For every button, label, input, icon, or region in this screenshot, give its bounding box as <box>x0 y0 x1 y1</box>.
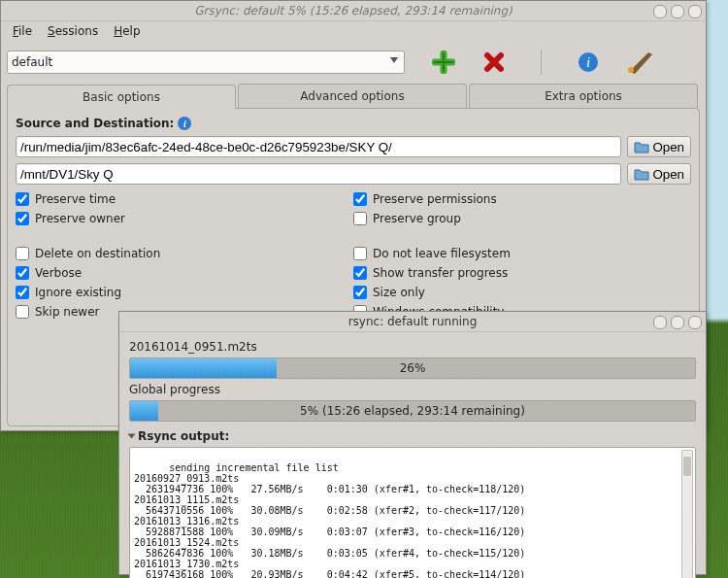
chk-size-only[interactable]: Size only <box>353 286 691 299</box>
chk-preserve-time[interactable]: Preserve time <box>16 192 353 206</box>
checks-left-col: Preserve time Preserve owner Delete on d… <box>16 192 353 319</box>
menu-file[interactable]: FFileile <box>5 22 40 40</box>
open-dest-button[interactable]: Open <box>627 163 691 185</box>
folder-icon <box>634 167 649 181</box>
rsync-output[interactable]: sending incremental file list 20160927_0… <box>129 447 696 578</box>
tab-basic[interactable]: Basic options <box>7 85 236 109</box>
minimize-icon[interactable] <box>653 316 667 329</box>
remove-icon[interactable] <box>482 51 506 74</box>
file-progressbar: 26% <box>129 357 696 379</box>
svg-text:i: i <box>586 54 590 70</box>
source-dest-heading: Source and Destination: i <box>16 117 691 130</box>
minimize-icon[interactable] <box>653 5 667 18</box>
chk-preserve-perms[interactable]: Preserve permissions <box>353 192 691 206</box>
chk-no-leave-fs[interactable]: Do not leave filesystem <box>353 247 691 260</box>
info-icon[interactable]: i <box>577 51 600 74</box>
main-title: Grsync: default 5% (15:26 elapsed, 293:1… <box>1 1 706 20</box>
profile-select[interactable]: default <box>7 51 405 74</box>
chevron-down-icon <box>390 57 398 63</box>
chk-preserve-owner[interactable]: Preserve owner <box>16 212 353 225</box>
source-input[interactable] <box>16 136 621 157</box>
rsync-progress-window: rsync: default running 20161014_0951.m2t… <box>118 311 707 575</box>
global-pct-label: 5% (15:26 elapsed, 293:14 remaining) <box>130 401 695 421</box>
rsync-output-text: sending incremental file list 20160927_0… <box>134 462 525 578</box>
menubar: FFileile Sessions Help <box>1 21 706 41</box>
progress-titlebar: rsync: default running <box>119 312 706 332</box>
chk-show-progress[interactable]: Show transfer progress <box>353 266 691 280</box>
menu-sessions[interactable]: Sessions <box>40 22 106 40</box>
scrollbar[interactable] <box>681 450 693 578</box>
main-titlebar: Grsync: default 5% (15:26 elapsed, 293:1… <box>1 1 706 21</box>
scrollbar-thumb[interactable] <box>683 457 691 476</box>
svg-point-2 <box>628 67 634 73</box>
global-progress-label: Global progress <box>129 383 696 396</box>
dest-input[interactable] <box>16 163 621 185</box>
checks-right-col: Preserve permissions Preserve group Do n… <box>353 192 691 319</box>
chevron-down-icon <box>128 434 136 439</box>
output-disclosure[interactable]: Rsync output: <box>129 429 696 443</box>
maximize-icon[interactable] <box>671 5 684 18</box>
toolbar: default i <box>1 41 706 84</box>
chk-delete-dest[interactable]: Delete on destination <box>16 247 353 260</box>
close-icon[interactable] <box>688 316 702 329</box>
open-source-button[interactable]: Open <box>627 136 691 157</box>
tab-extra[interactable]: Extra options <box>469 84 698 108</box>
menu-help[interactable]: Help <box>106 22 148 40</box>
chk-preserve-group[interactable]: Preserve group <box>353 212 691 225</box>
chk-verbose[interactable]: Verbose <box>16 266 353 280</box>
current-file-label: 20161014_0951.m2ts <box>129 340 696 354</box>
info-icon[interactable]: i <box>178 117 191 130</box>
global-progressbar: 5% (15:26 elapsed, 293:14 remaining) <box>129 400 696 422</box>
tabbar: Basic options Advanced options Extra opt… <box>7 84 700 108</box>
run-icon[interactable] <box>627 51 654 74</box>
folder-icon <box>634 140 649 153</box>
maximize-icon[interactable] <box>671 316 684 329</box>
add-icon[interactable] <box>432 51 455 74</box>
progress-title: rsync: default running <box>119 312 706 331</box>
tab-advanced[interactable]: Advanced options <box>238 84 467 108</box>
file-pct-label: 26% <box>130 358 695 378</box>
toolbar-separator <box>541 50 542 75</box>
profile-selected-label: default <box>12 55 52 69</box>
close-icon[interactable] <box>688 5 702 18</box>
chk-ignore-existing[interactable]: Ignore existing <box>16 286 353 299</box>
